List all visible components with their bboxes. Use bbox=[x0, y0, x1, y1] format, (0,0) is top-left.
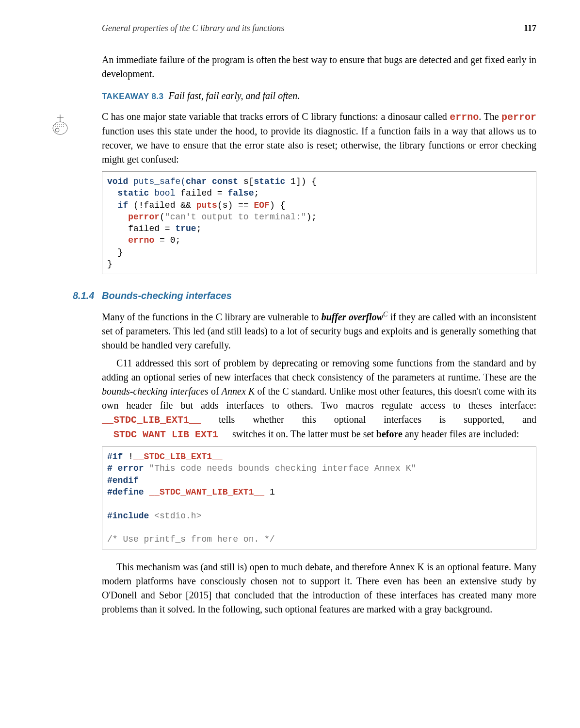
code-token: #if bbox=[107, 452, 123, 462]
code-listing: void puts_safe(char const s[static 1]) {… bbox=[102, 171, 536, 274]
code-token: 1 bbox=[264, 487, 275, 497]
code-token: s[ bbox=[238, 177, 254, 186]
main-column: An immediate failure of the program is o… bbox=[102, 53, 536, 616]
text-run: function uses this state under the hood,… bbox=[102, 126, 536, 165]
header-title: General properties of the C library and … bbox=[102, 23, 284, 33]
text-run: Many of the functions in the C library a… bbox=[102, 312, 322, 322]
page: General properties of the C library and … bbox=[0, 0, 580, 728]
code-token: static bbox=[254, 177, 285, 186]
dinosaur-fossil-icon bbox=[48, 113, 72, 139]
code-token: EOF bbox=[254, 200, 270, 210]
code-token: puts bbox=[196, 200, 217, 210]
code-token: "This code needs bounds checking interfa… bbox=[149, 463, 416, 473]
code-token: __STDC_LIB_EXT1__ bbox=[133, 452, 223, 462]
code-token bbox=[144, 487, 149, 497]
code-token: ; bbox=[196, 224, 202, 233]
code-token: __STDC_WANT_LIB_EXT1__ bbox=[149, 487, 264, 497]
text-run: tells whether this optional interfaces i… bbox=[201, 414, 536, 425]
code-token: } bbox=[107, 259, 113, 269]
code-token: ( bbox=[160, 212, 165, 222]
code-listing: #if !__STDC_LIB_EXT1__ # error "This cod… bbox=[102, 447, 536, 549]
code-token: (!failed && bbox=[128, 200, 196, 210]
code-token: <stdio.h> bbox=[149, 511, 201, 521]
paragraph: An immediate failure of the program is o… bbox=[102, 53, 536, 81]
running-header: General properties of the C library and … bbox=[0, 23, 580, 33]
code-token: char const bbox=[186, 177, 238, 186]
text-run: of bbox=[209, 386, 222, 397]
section-number: 8.1.4 bbox=[73, 289, 102, 303]
text-run: . The bbox=[479, 111, 501, 122]
code-identifier: __STDC_LIB_EXT1__ bbox=[102, 414, 201, 426]
code-token bbox=[107, 212, 128, 222]
code-token: true bbox=[175, 224, 196, 233]
superscript: C bbox=[383, 311, 387, 318]
strong: before bbox=[376, 429, 403, 439]
code-token: # error bbox=[107, 463, 144, 473]
takeaway-body: Fail fast, fail early, and fail often. bbox=[169, 90, 300, 101]
code-token: 1]) { bbox=[285, 177, 317, 186]
code-token: errno bbox=[128, 235, 154, 245]
code-token bbox=[144, 463, 149, 473]
code-token bbox=[107, 235, 128, 245]
text-run: C has one major state variable that trac… bbox=[102, 111, 450, 122]
code-token: failed = bbox=[175, 188, 227, 198]
emphasis: Annex K bbox=[222, 386, 255, 397]
code-token: (s) == bbox=[217, 200, 254, 210]
paragraph: C has one major state variable that trac… bbox=[102, 110, 536, 166]
code-token: failed = bbox=[107, 224, 175, 233]
text-run: any header files are included: bbox=[403, 429, 519, 439]
code-identifier: errno bbox=[450, 112, 479, 123]
paragraph: C11 addressed this sort of problem by de… bbox=[102, 356, 536, 442]
section-title: Bounds-checking interfaces bbox=[102, 289, 232, 303]
code-token: } bbox=[107, 248, 123, 257]
code-token: bool bbox=[149, 188, 175, 198]
code-token bbox=[107, 200, 118, 210]
code-token: #endif bbox=[107, 476, 139, 485]
code-token: static bbox=[118, 188, 149, 198]
paragraph: Many of the functions in the C library a… bbox=[102, 310, 536, 352]
emphasis: bounds-checking interfaces bbox=[102, 386, 209, 397]
code-token bbox=[107, 188, 118, 198]
page-number: 117 bbox=[524, 23, 536, 33]
code-token: void bbox=[107, 177, 128, 186]
code-token: perror bbox=[128, 212, 160, 222]
code-token: = 0; bbox=[154, 235, 180, 245]
code-token: ! bbox=[123, 452, 133, 462]
takeaway-label: TAKEAWAY 8.3 bbox=[102, 92, 164, 101]
text-run: switches it on. The latter must be set bbox=[230, 429, 376, 439]
code-token: "can't output to terminal:" bbox=[165, 212, 306, 222]
code-identifier: perror bbox=[501, 112, 536, 123]
code-token: #include bbox=[107, 511, 149, 521]
code-token: if bbox=[118, 200, 129, 210]
code-token: puts_safe( bbox=[128, 177, 186, 186]
code-token: ; bbox=[254, 188, 259, 198]
code-identifier: __STDC_WANT_LIB_EXT1__ bbox=[102, 429, 230, 440]
term-definition: buffer overflow bbox=[322, 312, 383, 322]
svg-point-1 bbox=[55, 128, 59, 132]
section-heading: 8.1.4 Bounds-checking interfaces bbox=[73, 289, 536, 303]
code-token: ) { bbox=[270, 200, 285, 210]
text-run: C11 addressed this sort of problem by de… bbox=[102, 358, 536, 382]
paragraph: This mechanism was (and still is) open t… bbox=[102, 560, 536, 616]
code-comment: /* Use printf_s from here on. */ bbox=[107, 534, 275, 544]
svg-point-0 bbox=[53, 122, 67, 134]
code-token: #define bbox=[107, 487, 144, 497]
takeaway: TAKEAWAY 8.3 Fail fast, fail early, and … bbox=[102, 89, 536, 103]
code-token: false bbox=[227, 188, 254, 198]
code-token: ); bbox=[306, 212, 317, 222]
